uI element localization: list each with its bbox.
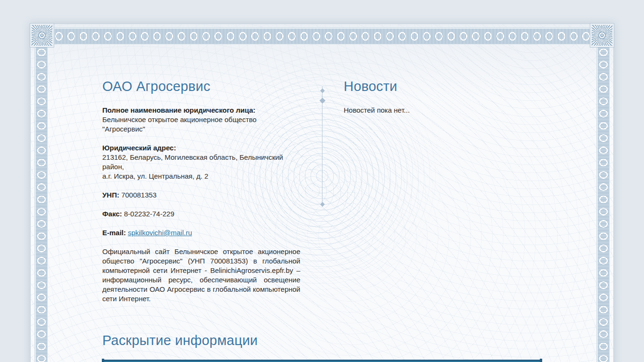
column-header-file: ФАЙЛ РАЗМЕЩЕННОЙ ИНФОРМАЦИИ (486, 361, 541, 362)
news-section: Новости Новостей пока нет... (344, 79, 542, 308)
fax-value: 8-02232-74-229 (124, 210, 174, 218)
full-name-value: Белыничское открытое акционерное обществ… (102, 115, 300, 134)
unp-value: 700081353 (121, 191, 157, 199)
fax-label: Факс: (102, 210, 122, 218)
main-content: ОАО Агросервис Полное наименование юриди… (102, 24, 542, 362)
two-column-layout: ОАО Агросервис Полное наименование юриди… (102, 79, 542, 308)
table-corner-notch (540, 359, 542, 362)
table-corner-notch (102, 359, 104, 362)
company-about: Официальный сайт Белыничское открытое ак… (102, 247, 300, 304)
address-label: Юридический адрес: (102, 143, 300, 153)
corner-rosette-icon (590, 24, 614, 47)
document-sheet: ОАО Агросервис Полное наименование юриди… (30, 24, 614, 362)
email-link[interactable]: spkilkovichi@mail.ru (128, 229, 192, 237)
full-name-label: Полное наименование юридического лица: (102, 106, 300, 115)
column-header-date: ДАТА РАЗМЕЩЕНИЯ (431, 361, 486, 362)
guilloche-border-left (34, 46, 48, 362)
unp-label: УНП: (102, 191, 119, 199)
address-block: Юридический адрес: 213162, Беларусь, Мог… (102, 143, 300, 181)
disclosure-title: Раскрытие информации (102, 333, 542, 348)
email-label: E-mail: (102, 229, 126, 237)
table-header-row: ВИД РАЗМЕЩЕННОЙ ИНФОРМАЦИИ ДАТА РАЗМЕЩЕН… (103, 361, 542, 362)
email-block: E-mail: spkilkovichi@mail.ru (102, 228, 300, 238)
page-background: { "colors": { "accent_heading": "#3e76a1… (0, 0, 644, 362)
news-title: Новости (344, 79, 542, 94)
news-empty-message: Новостей пока нет... (344, 106, 542, 115)
disclosure-table: ВИД РАЗМЕЩЕННОЙ ИНФОРМАЦИИ ДАТА РАЗМЕЩЕН… (102, 360, 542, 362)
disclosure-table-wrap: ВИД РАЗМЕЩЕННОЙ ИНФОРМАЦИИ ДАТА РАЗМЕЩЕН… (102, 360, 542, 362)
fax-block: Факс: 8-02232-74-229 (102, 209, 300, 219)
unp-block: УНП: 700081353 (102, 190, 300, 200)
company-title: ОАО Агросервис (102, 79, 300, 94)
company-section: ОАО Агросервис Полное наименование юриди… (102, 79, 300, 308)
address-value-line2: а.г. Искра, ул. Центральная, д. 2 (102, 172, 300, 181)
full-name-block: Полное наименование юридического лица: Б… (102, 106, 300, 134)
corner-rosette-icon (30, 24, 54, 47)
ornamental-divider (322, 86, 322, 207)
column-header-type: ВИД РАЗМЕЩЕННОЙ ИНФОРМАЦИИ (103, 361, 431, 362)
guilloche-border-right (596, 46, 610, 362)
address-value-line1: 213162, Беларусь, Могилевская область, Б… (102, 153, 300, 172)
column-gap (300, 79, 344, 308)
